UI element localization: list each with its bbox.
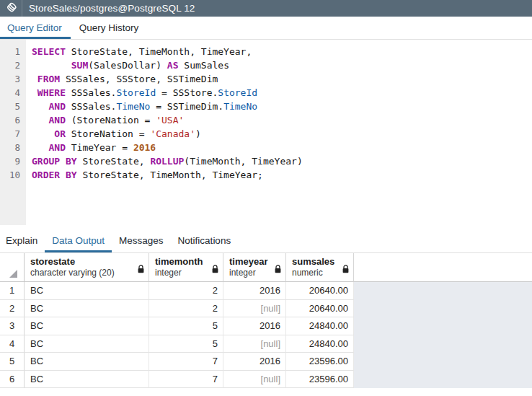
code-line[interactable]: AND SSSales.TimeNo = SSTimeDim.TimeNo xyxy=(32,100,303,113)
table-cell[interactable]: 24840.00 xyxy=(286,335,354,353)
corner-triangle-icon xyxy=(9,270,17,278)
lock-icon xyxy=(275,263,281,276)
table-row: 4BC5[null]24840.00 xyxy=(0,335,532,353)
select-all-corner[interactable] xyxy=(0,253,25,282)
window-titlebar: StoreSales/postgres@PostgreSQL 12 xyxy=(0,0,532,17)
row-filler xyxy=(354,371,532,389)
table-cell[interactable]: 2016 xyxy=(223,317,286,335)
column-name: timeyear xyxy=(229,256,271,267)
tab-data-output[interactable]: Data Output xyxy=(45,227,112,252)
table-cell[interactable]: 2016 xyxy=(223,353,286,371)
table-cell[interactable]: BC xyxy=(25,300,149,318)
column-name: storestate xyxy=(30,256,134,267)
line-number: 3 xyxy=(0,72,26,86)
table-cell[interactable]: 23596.00 xyxy=(286,353,354,371)
sql-editor: 12345678910 SELECT StoreState, TimeMonth… xyxy=(0,40,532,225)
table-row: 1BC2201620640.00 xyxy=(0,282,532,300)
tab-notifications[interactable]: Notifications xyxy=(171,227,239,252)
line-number: 1 xyxy=(0,45,26,58)
row-number[interactable]: 5 xyxy=(0,353,25,371)
line-number: 7 xyxy=(0,127,26,141)
editor-tab-bar: Query Editor Query History xyxy=(0,17,532,40)
table-cell[interactable]: BC xyxy=(25,317,149,335)
grid-header: storestatecharacter varying (20)timemont… xyxy=(0,253,532,282)
lock-icon xyxy=(212,263,218,276)
table-cell[interactable]: 7 xyxy=(149,353,223,371)
column-name: timemonth xyxy=(155,256,208,267)
table-cell[interactable]: 20640.00 xyxy=(286,282,354,300)
code-line[interactable]: AND TimeYear = 2016 xyxy=(32,141,303,154)
query-tool-icon xyxy=(0,2,22,14)
code-line[interactable]: FROM SSSales, SSStore, SSTimeDim xyxy=(32,72,303,86)
row-number[interactable]: 3 xyxy=(0,317,25,335)
row-filler xyxy=(354,353,532,371)
column-type: integer xyxy=(155,268,208,278)
line-number: 2 xyxy=(0,58,26,72)
column-header-timemonth[interactable]: timemonthinteger xyxy=(149,253,223,282)
code-line[interactable]: ORDER BY StoreState, TimeMonth, TimeYear… xyxy=(32,168,303,182)
table-cell[interactable]: 2 xyxy=(149,282,223,300)
column-header-sumsales[interactable]: sumsalesnumeric xyxy=(286,253,354,282)
results-grid: storestatecharacter varying (20)timemont… xyxy=(0,253,532,388)
table-row: 2BC2[null]20640.00 xyxy=(0,300,532,318)
row-filler xyxy=(354,282,532,300)
header-filler xyxy=(354,253,532,282)
row-filler xyxy=(354,317,532,335)
column-name: sumsales xyxy=(292,256,339,267)
code-line[interactable]: GROUP BY StoreState, ROLLUP(TimeMonth, T… xyxy=(32,154,303,168)
table-cell[interactable]: 5 xyxy=(149,335,223,353)
lock-icon xyxy=(342,263,349,276)
code-line[interactable]: SUM(SalesDollar) AS SumSales xyxy=(32,58,303,72)
table-cell[interactable]: BC xyxy=(25,371,149,389)
table-cell[interactable]: BC xyxy=(25,282,149,300)
tab-query-history[interactable]: Query History xyxy=(71,17,148,39)
code-line[interactable]: OR StoreNation = 'Canada') xyxy=(32,127,303,141)
tab-messages[interactable]: Messages xyxy=(112,227,171,252)
column-type: integer xyxy=(229,268,271,278)
table-cell[interactable]: [null] xyxy=(223,371,286,389)
line-number: 6 xyxy=(0,113,26,127)
table-cell[interactable]: 5 xyxy=(149,317,223,335)
query-tool-window: StoreSales/postgres@PostgreSQL 12 Query … xyxy=(0,0,532,396)
line-number: 9 xyxy=(0,154,26,168)
table-cell[interactable]: BC xyxy=(25,335,149,353)
line-number: 10 xyxy=(0,168,26,182)
table-cell[interactable]: 24840.00 xyxy=(286,317,354,335)
tab-query-editor[interactable]: Query Editor xyxy=(0,17,71,39)
table-cell[interactable]: [null] xyxy=(223,300,286,318)
table-cell[interactable]: 7 xyxy=(149,371,223,389)
table-row: 3BC5201624840.00 xyxy=(0,317,532,335)
row-filler xyxy=(354,335,532,353)
tab-explain[interactable]: Explain xyxy=(0,227,45,252)
output-tab-bar: Explain Data Output Messages Notificatio… xyxy=(0,227,532,253)
column-header-storestate[interactable]: storestatecharacter varying (20) xyxy=(25,253,149,282)
row-number[interactable]: 2 xyxy=(0,300,25,318)
table-row: 6BC7[null]23596.00 xyxy=(0,371,532,389)
row-number[interactable]: 1 xyxy=(0,282,25,300)
table-row: 5BC7201623596.00 xyxy=(0,353,532,371)
window-title: StoreSales/postgres@PostgreSQL 12 xyxy=(22,3,195,14)
code-area[interactable]: SELECT StoreState, TimeMonth, TimeYear, … xyxy=(26,40,303,225)
line-number: 8 xyxy=(0,141,26,154)
row-filler xyxy=(354,300,532,318)
column-header-timeyear[interactable]: timeyearinteger xyxy=(223,253,286,282)
table-cell[interactable]: [null] xyxy=(223,335,286,353)
row-number[interactable]: 6 xyxy=(0,371,25,389)
line-number: 5 xyxy=(0,100,26,113)
code-line[interactable]: WHERE SSSales.StoreId = SSStore.StoreId xyxy=(32,86,303,100)
table-cell[interactable]: 23596.00 xyxy=(286,371,354,389)
lock-icon xyxy=(138,263,144,276)
table-cell[interactable]: 2 xyxy=(149,300,223,318)
code-line[interactable]: AND (StoreNation = 'USA' xyxy=(32,113,303,127)
column-type: numeric xyxy=(292,268,339,278)
code-line[interactable]: SELECT StoreState, TimeMonth, TimeYear, xyxy=(32,45,303,58)
table-cell[interactable]: 20640.00 xyxy=(286,300,354,318)
column-type: character varying (20) xyxy=(30,268,134,278)
row-number[interactable]: 4 xyxy=(0,335,25,353)
line-number-gutter: 12345678910 xyxy=(0,40,26,225)
grid-body: 1BC2201620640.002BC2[null]20640.003BC520… xyxy=(0,282,532,388)
line-number: 4 xyxy=(0,86,26,100)
table-cell[interactable]: BC xyxy=(25,353,149,371)
table-cell[interactable]: 2016 xyxy=(223,282,286,300)
